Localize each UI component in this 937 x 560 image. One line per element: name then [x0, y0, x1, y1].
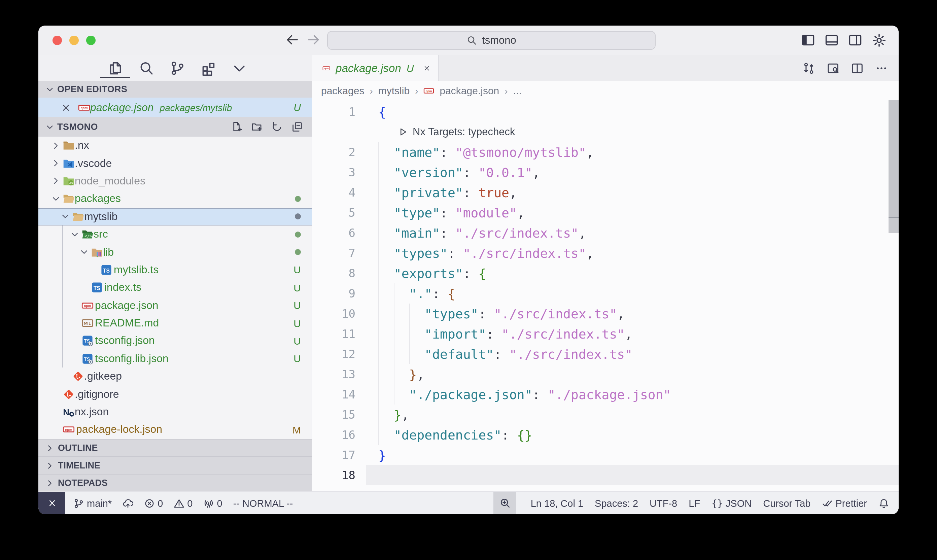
new-folder-icon[interactable] [251, 121, 263, 132]
tree-item-package-lock.json[interactable]: npmpackage-lock.jsonM [38, 421, 312, 439]
status-item-language-mode[interactable]: {}JSON [711, 498, 752, 509]
navigate-back-icon[interactable] [285, 32, 300, 47]
navigate-forward-icon[interactable] [306, 32, 321, 47]
tree-item-README.md[interactable]: M↓README.mdU [38, 314, 312, 332]
activity-item-chevron-down[interactable] [231, 58, 247, 78]
code-line-8[interactable]: 8 "exports": { [312, 263, 899, 283]
code-line-14[interactable]: 14 "./package.json": "./package.json" [312, 384, 899, 405]
toggle-secondary-sidebar-icon[interactable] [848, 33, 862, 47]
section-timeline[interactable]: TIMELINE [38, 456, 312, 474]
tree-item-nx.json[interactable]: Nnx.json [38, 403, 312, 421]
code-line-15[interactable]: 15 }, [312, 405, 899, 425]
code-line-18[interactable]: 18 [312, 465, 899, 485]
tree-item-packages[interactable]: packages [38, 190, 312, 208]
scrollbar-thumb[interactable] [889, 100, 899, 217]
tree-item-.nx[interactable]: .nx [38, 137, 312, 154]
close-icon[interactable] [61, 103, 71, 112]
open-editors-header[interactable]: OPEN EDITORS [38, 81, 312, 98]
status-item-notifications[interactable] [879, 498, 889, 509]
zoom-window-button[interactable] [86, 36, 95, 45]
tree-item-tsconfig.json[interactable]: TStsconfig.jsonU [38, 332, 312, 350]
status-item-encoding[interactable]: UTF-8 [649, 498, 677, 509]
tree-item-package.json[interactable]: npmpackage.jsonU [38, 297, 312, 314]
new-file-icon[interactable] [231, 121, 242, 132]
tree-item-src[interactable]: </>src [38, 226, 312, 243]
code-line-16[interactable]: 16 "dependencies": {} [312, 425, 899, 445]
explorer-section-header[interactable]: TSMONO [38, 117, 312, 137]
chevron-right-icon[interactable] [49, 176, 63, 186]
status-item-indentation[interactable]: Spaces: 2 [595, 498, 638, 509]
breadcrumb-item[interactable]: package.json [440, 85, 499, 96]
code-line-9[interactable]: 9 ".": { [312, 283, 899, 303]
code-line-12[interactable]: 12 "default": "./src/index.ts" [312, 344, 899, 364]
status-item-cursor-tab[interactable]: Cursor Tab [763, 498, 811, 509]
code-line-5[interactable]: 5 "type": "module", [312, 203, 899, 223]
tree-item-lib[interactable]: lib [38, 243, 312, 261]
close-window-button[interactable] [52, 36, 62, 45]
more-icon[interactable] [875, 62, 888, 74]
tree-item-node_modules[interactable]: JSnode_modules [38, 172, 312, 190]
split-editor-icon[interactable] [851, 62, 864, 74]
scrollbar-thumb-end[interactable] [889, 218, 899, 233]
code-line-1[interactable]: 1{ [312, 102, 899, 122]
chevron-down-icon[interactable] [68, 229, 82, 239]
chevron-right-icon[interactable] [49, 158, 63, 168]
gear-icon[interactable] [872, 33, 886, 48]
activity-item-search[interactable] [138, 58, 154, 78]
status-item-ports[interactable]: 0 [203, 498, 222, 509]
chevron-down-icon[interactable] [58, 212, 72, 222]
activity-item-extensions[interactable] [200, 58, 216, 78]
status-item-problems-warnings[interactable]: 0 [174, 498, 192, 509]
code-line-3[interactable]: 3 "version": "0.0.1", [312, 162, 899, 182]
toggle-sidebar-icon[interactable] [801, 33, 815, 47]
code-editor[interactable]: 1{Nx Targets: typecheck2 "name": "@tsmon… [312, 100, 899, 491]
section-outline[interactable]: OUTLINE [38, 439, 312, 456]
close-tab-icon[interactable] [423, 63, 430, 73]
code-line-6[interactable]: 6 "main": "./src/index.ts", [312, 223, 899, 243]
chevron-right-icon[interactable] [49, 140, 63, 151]
tree-item-mytslib.ts[interactable]: TSmytslib.tsU [38, 261, 312, 278]
collapse-all-icon[interactable] [291, 121, 303, 132]
tab-package-json[interactable]: npm package.json U [312, 55, 439, 81]
status-item-vim-mode[interactable]: -- NORMAL -- [233, 498, 293, 509]
tree-item-.gitkeep[interactable]: .gitkeep [38, 368, 312, 385]
code-line-10[interactable]: 10 "types": "./src/index.ts", [312, 303, 899, 324]
refresh-icon[interactable] [271, 121, 283, 132]
code-line-4[interactable]: 4 "private": true, [312, 182, 899, 203]
chevron-down-icon[interactable] [49, 194, 63, 204]
indent-spacer [68, 300, 82, 310]
status-item-formatter[interactable]: Prettier [822, 498, 867, 509]
compare-icon[interactable] [802, 62, 815, 74]
code-line-13[interactable]: 13 }, [312, 364, 899, 384]
breadcrumb-item[interactable]: packages [321, 85, 364, 96]
codelens-nx-targets[interactable]: Nx Targets: typecheck [397, 122, 515, 142]
activity-item-files[interactable] [107, 58, 123, 78]
tree-item-tsconfig.lib.json[interactable]: TStsconfig.lib.jsonU [38, 350, 312, 368]
code-line-2[interactable]: 2 "name": "@tsmono/mytslib", [312, 142, 899, 162]
tree-item-.gitignore[interactable]: .gitignore [38, 385, 312, 403]
chevron-down-icon[interactable] [77, 247, 91, 257]
status-item-screencast-zoom[interactable] [494, 492, 517, 514]
tree-item-mytslib[interactable]: mytslib [38, 208, 312, 226]
tree-item-.vscode[interactable]: .vscode [38, 154, 312, 172]
status-item-eol[interactable]: LF [689, 498, 700, 509]
code-line-7[interactable]: 7 "types": "./src/index.ts", [312, 243, 899, 263]
status-item-problems-errors[interactable]: 0 [144, 498, 163, 509]
toggle-panel-icon[interactable] [825, 33, 839, 47]
tree-item-index.ts[interactable]: TSindex.tsU [38, 278, 312, 297]
open-editor-item[interactable]: npm package.json packages/mytslib U [38, 98, 312, 117]
status-item-git-branch[interactable]: main* [73, 498, 112, 509]
status-item-publish[interactable] [123, 498, 133, 509]
breadcrumb-item[interactable]: mytslib [378, 85, 409, 96]
section-notepads[interactable]: NOTEPADS [38, 474, 312, 491]
code-line-11[interactable]: 11 "import": "./src/index.ts", [312, 324, 899, 344]
command-center-search[interactable]: tsmono [327, 31, 655, 50]
remote-indicator[interactable] [38, 492, 65, 514]
code-line-17[interactable]: 17} [312, 445, 899, 465]
preview-icon[interactable] [826, 62, 839, 74]
play-icon[interactable] [397, 126, 408, 137]
breadcrumb-item[interactable]: ... [513, 85, 522, 96]
activity-item-source-control[interactable] [169, 58, 185, 78]
minimize-window-button[interactable] [69, 36, 79, 45]
status-item-cursor-position[interactable]: Ln 18, Col 1 [531, 498, 583, 509]
